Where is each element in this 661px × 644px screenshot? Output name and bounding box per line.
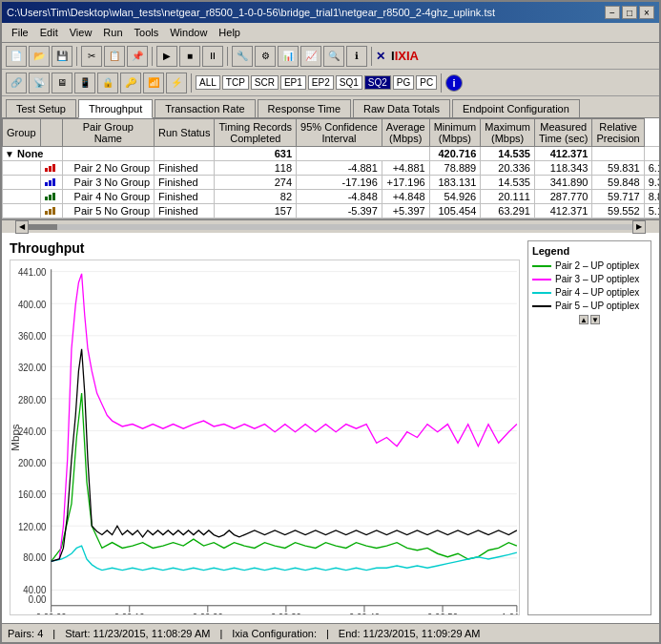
scroll-left[interactable]: ◀ (15, 220, 29, 234)
separator-2 (152, 47, 153, 66)
tool-btn-5[interactable]: 🔍 (323, 46, 344, 67)
tool-btn-1[interactable]: 🔧 (232, 46, 253, 67)
svg-text:400.00: 400.00 (18, 299, 47, 309)
col-minimum: Minimum(Mbps) (429, 119, 481, 147)
tb2-btn-4[interactable]: 📱 (74, 73, 95, 93)
separator-3 (227, 47, 228, 66)
svg-text:200.00: 200.00 (18, 457, 47, 467)
status-pairs: Pairs: 4 (8, 628, 43, 639)
table-scrollbar[interactable]: ◀ ▶ (2, 219, 659, 233)
svg-text:280.00: 280.00 (18, 394, 47, 405)
scroll-track[interactable] (29, 224, 632, 230)
cell-average: 105.454 (429, 204, 481, 218)
tab-endpoint-configuration[interactable]: Endpoint Configuration (452, 99, 580, 117)
open-button[interactable]: 📂 (29, 46, 50, 67)
cell-timing: 631 (215, 147, 297, 161)
cell-minimum: 14.535 (481, 147, 535, 161)
menu-edit[interactable]: Edit (34, 25, 64, 40)
menu-run[interactable]: Run (97, 25, 128, 40)
cell-group (3, 204, 41, 218)
cell-timing: 82 (215, 190, 297, 204)
cell-ci-high: +4.848 (382, 190, 429, 204)
tool-btn-4[interactable]: 📈 (300, 46, 321, 67)
legend-scroll-up[interactable]: ▲ (579, 315, 589, 324)
menu-file[interactable]: File (6, 25, 34, 40)
menu-tools[interactable]: Tools (129, 25, 165, 40)
legend-color-line (532, 305, 551, 307)
run-button[interactable]: ▶ (156, 46, 177, 67)
legend-item-label: Pair 2 – UP optiplex (555, 260, 639, 271)
tool-btn-6[interactable]: ℹ (346, 46, 367, 67)
maximize-button[interactable]: □ (622, 6, 637, 19)
tb2-btn-8[interactable]: ⚡ (166, 73, 187, 93)
tb2-btn-2[interactable]: 📡 (29, 73, 50, 93)
scroll-right[interactable]: ▶ (632, 220, 646, 234)
paste-button[interactable]: 📌 (127, 46, 148, 67)
stop-button[interactable]: ■ (179, 46, 200, 67)
cell-measured (592, 147, 644, 161)
cell-maximum: 412.371 (534, 204, 592, 218)
cell-ci-high: +4.881 (382, 161, 429, 176)
svg-text:0:00:00: 0:00:00 (36, 613, 67, 614)
table-row[interactable]: Pair 5 No Group Finished 157 -5.397 +5.3… (3, 204, 660, 218)
tb2-btn-1[interactable]: 🔗 (6, 73, 27, 93)
menu-window[interactable]: Window (164, 25, 213, 40)
tab-transaction-rate[interactable]: Transaction Rate (155, 99, 255, 117)
legend-scroll-down[interactable]: ▼ (590, 315, 600, 324)
filter-tcp[interactable]: TCP (222, 75, 249, 90)
filter-ep1[interactable]: EP1 (280, 75, 306, 90)
cell-maximum: 341.890 (534, 176, 592, 190)
filter-all[interactable]: ALL (196, 75, 220, 90)
close-button[interactable]: × (639, 6, 654, 19)
ixia-logo: IIXIA (391, 49, 419, 63)
cell-ci-low: -17.196 (297, 176, 382, 190)
info-button[interactable]: i (445, 74, 463, 92)
save-button[interactable]: 💾 (52, 46, 72, 67)
tab-bar: Test Setup Throughput Transaction Rate R… (2, 96, 659, 118)
table-row[interactable]: ▼ None 631 420.716 14.535 412.371 (3, 147, 660, 161)
new-button[interactable]: 📄 (6, 46, 27, 67)
filter-pg[interactable]: PG (393, 75, 414, 90)
cell-timing: 118 (215, 161, 297, 176)
pause-button[interactable]: ⏸ (202, 46, 223, 67)
menu-view[interactable]: View (64, 25, 98, 40)
tool-btn-3[interactable]: 📊 (278, 46, 299, 67)
cell-name (62, 147, 154, 161)
menu-help[interactable]: Help (213, 25, 246, 40)
scroll-thumb[interactable] (29, 224, 57, 230)
tb2-btn-6[interactable]: 🔑 (120, 73, 141, 93)
tb2-btn-5[interactable]: 🔒 (97, 73, 118, 93)
tab-throughput[interactable]: Throughput (78, 99, 153, 118)
svg-rect-4 (49, 180, 52, 186)
table-row[interactable]: Pair 4 No Group Finished 82 -4.848 +4.84… (3, 190, 660, 204)
tool-btn-2[interactable]: ⚙ (255, 46, 276, 67)
throughput-table: Group Pair GroupName Run Status Timing R… (2, 118, 659, 218)
cut-button[interactable]: ✂ (81, 46, 102, 67)
main-window: C:\Users\Tim\Desktop\wlan_tests\netgear_… (0, 0, 661, 644)
tb2-btn-7[interactable]: 📶 (143, 73, 164, 93)
tab-response-time[interactable]: Response Time (258, 99, 351, 117)
cell-name: Pair 5 No Group (62, 204, 154, 218)
filter-pc[interactable]: PC (416, 75, 437, 90)
svg-rect-2 (52, 164, 55, 172)
cell-ci (297, 147, 430, 161)
filter-scr[interactable]: SCR (251, 75, 279, 90)
legend-title: Legend (532, 245, 647, 257)
table-row[interactable]: Pair 2 No Group Finished 118 -4.881 +4.8… (3, 161, 660, 176)
cell-measured: 59.552 (592, 204, 644, 218)
tb2-btn-3[interactable]: 🖥 (52, 73, 72, 93)
toolbar-2: 🔗 📡 🖥 📱 🔒 🔑 📶 ⚡ ALL TCP SCR EP1 EP2 SQ1 … (2, 70, 659, 96)
svg-text:0:00:20: 0:00:20 (193, 613, 223, 614)
filter-sq1[interactable]: SQ1 (336, 75, 362, 90)
legend-scroll: ▲ ▼ (532, 315, 647, 324)
svg-rect-3 (45, 182, 48, 186)
tab-raw-data-totals[interactable]: Raw Data Totals (353, 99, 450, 117)
filter-sq2[interactable]: SQ2 (364, 75, 391, 90)
tab-test-setup[interactable]: Test Setup (6, 99, 76, 117)
minimize-button[interactable]: − (605, 6, 620, 19)
copy-button[interactable]: 📋 (104, 46, 125, 67)
table-row[interactable]: Pair 3 No Group Finished 274 -17.196 +17… (3, 176, 660, 190)
filter-ep2[interactable]: EP2 (308, 75, 334, 90)
svg-text:80.00: 80.00 (23, 552, 46, 563)
separator-6 (441, 73, 442, 93)
